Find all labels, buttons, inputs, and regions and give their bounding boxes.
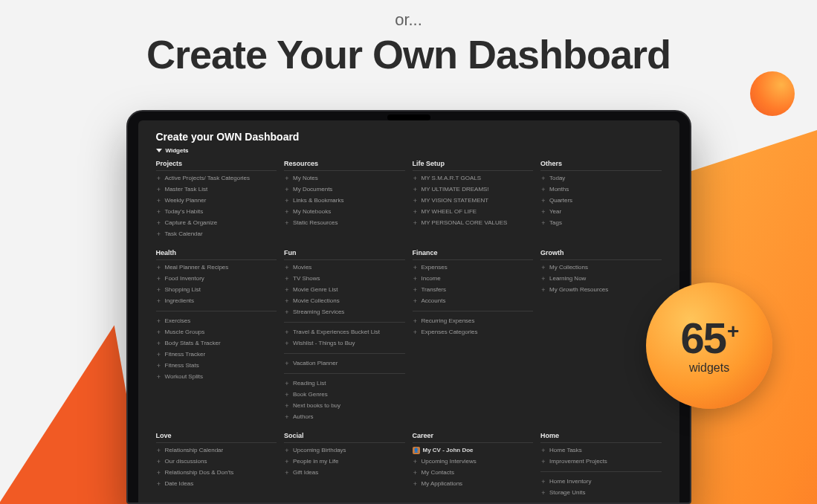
widget-item[interactable]: +Wishlist - Things to Buy <box>284 339 405 348</box>
widget-column: Growth+My Collections+Learning Now+My Gr… <box>540 249 662 421</box>
widget-item[interactable]: +My Notebooks <box>284 207 405 216</box>
widget-item[interactable]: +Gift Ideas <box>284 468 405 477</box>
item-label: Reading List <box>293 379 326 388</box>
plus-icon: + <box>413 479 419 488</box>
item-label: MY WHEEL OF LIFE <box>422 207 477 216</box>
item-label: Recurring Expenses <box>422 317 475 326</box>
widget-item[interactable]: +My Collections <box>540 263 662 272</box>
widget-item[interactable]: +My Contacts <box>413 468 534 477</box>
widget-item[interactable]: +Static Resources <box>284 219 405 227</box>
badge-plus: + <box>727 321 737 342</box>
widget-item[interactable]: +Movies <box>284 263 405 272</box>
widget-item[interactable]: +Learning Now <box>540 274 662 283</box>
widget-item[interactable]: +Income <box>413 274 534 283</box>
widget-item[interactable]: +MY ULTIMATE DREAMS! <box>413 185 534 194</box>
widget-item[interactable]: +Master Task List <box>156 185 277 194</box>
widget-item[interactable]: +My Documents <box>284 185 405 194</box>
plus-icon: + <box>156 457 162 466</box>
column-header: Health <box>156 249 277 260</box>
widget-item[interactable]: +Food Inventory <box>156 274 277 283</box>
widget-item[interactable]: +Vacation Planner <box>284 359 405 368</box>
widget-item[interactable]: +Months <box>540 185 662 194</box>
widget-item[interactable]: +Body Stats & Tracker <box>156 339 277 348</box>
widget-item[interactable]: +Book Genres <box>284 390 405 399</box>
widget-item[interactable]: +Ingredients <box>156 297 277 306</box>
widget-item[interactable]: +Relationship Calendar <box>156 446 277 455</box>
widget-item[interactable]: +Exercises <box>156 317 277 326</box>
plus-icon: + <box>156 274 162 283</box>
item-label: Meal Planner & Recipes <box>165 263 229 272</box>
widget-item[interactable]: +Streaming Services <box>284 308 405 317</box>
widget-item[interactable]: +MY S.M.A.R.T GOALS <box>413 174 534 183</box>
widget-item[interactable]: +Authors <box>284 413 405 421</box>
plus-icon: + <box>156 361 162 370</box>
widget-item[interactable]: +Today <box>540 174 662 183</box>
widget-item[interactable]: +TV Shows <box>284 274 405 283</box>
plus-icon: + <box>413 174 419 183</box>
widget-item[interactable]: +Expenses Categories <box>413 328 534 337</box>
widget-item[interactable]: +Movie Collections <box>284 297 405 306</box>
widget-column: Others+Today+Months+Quarters+Year+Tags <box>540 160 662 239</box>
widget-item[interactable]: +Home Inventory <box>540 477 662 486</box>
plus-icon: + <box>284 328 290 337</box>
item-label: Wishlist - Things to Buy <box>293 339 355 348</box>
widget-column: Love+Relationship Calendar+Our discussio… <box>156 432 277 503</box>
widget-item[interactable]: +Upcoming Interviews <box>413 457 534 466</box>
plus-icon: + <box>284 308 290 317</box>
widget-item[interactable]: +Quarters <box>540 196 662 205</box>
group-divider <box>284 322 405 323</box>
widget-item[interactable]: +Our discussions <box>156 457 277 466</box>
widget-item[interactable]: +Shopping List <box>156 285 277 294</box>
widget-item[interactable]: +Muscle Groups <box>156 328 277 337</box>
widget-item[interactable]: +MY PERSONAL CORE VALUES <box>413 219 534 227</box>
widget-item[interactable]: +Today's Habits <box>156 207 277 216</box>
widget-item[interactable]: +Weekly Planner <box>156 196 277 205</box>
widget-item[interactable]: +Fitness Tracker <box>156 350 277 359</box>
widget-item[interactable]: +Task Calendar <box>156 230 277 239</box>
widget-item[interactable]: +My Applications <box>413 479 534 488</box>
column-header: Social <box>284 432 405 443</box>
widget-item[interactable]: +Tags <box>540 219 662 227</box>
widget-item[interactable]: +Home Tasks <box>540 446 662 455</box>
widget-item[interactable]: +People in my Life <box>284 457 405 466</box>
widget-item[interactable]: +Movie Genre List <box>284 285 405 294</box>
widgets-toggle[interactable]: Widgets <box>156 147 662 154</box>
widget-item[interactable]: +My Growth Resources <box>540 285 662 294</box>
widget-column: Career👤My CV - John Doe+Upcoming Intervi… <box>413 432 534 503</box>
item-label: My CV - John Doe <box>423 446 474 455</box>
widget-item[interactable]: +Relationship Dos & Don'ts <box>156 468 277 477</box>
widget-item[interactable]: +Next books to buy <box>284 401 405 410</box>
page-link-item[interactable]: 👤My CV - John Doe <box>413 446 534 455</box>
widget-item[interactable]: +My Notes <box>284 174 405 183</box>
widget-item[interactable]: +MY WHEEL OF LIFE <box>413 207 534 216</box>
widget-item[interactable]: +Meal Planner & Recipes <box>156 263 277 272</box>
item-label: Links & Bookmarks <box>293 196 343 205</box>
intro-headline: Create Your Own Dashboard <box>0 31 817 77</box>
item-label: Vacation Planner <box>293 359 338 368</box>
widget-item[interactable]: +Reading List <box>284 379 405 388</box>
widget-item[interactable]: +Transfers <box>413 285 534 294</box>
widget-item[interactable]: +Year <box>540 207 662 216</box>
widget-item[interactable]: +Upcoming Birthdays <box>284 446 405 455</box>
widget-item[interactable]: +Date Ideas <box>156 479 277 488</box>
widget-item[interactable]: +Workout Splits <box>156 372 277 381</box>
group-divider <box>284 353 405 354</box>
plus-icon: + <box>413 185 419 194</box>
widget-item[interactable]: +Capture & Organize <box>156 219 277 227</box>
item-label: Task Calendar <box>165 230 203 239</box>
plus-icon: + <box>540 285 546 294</box>
widget-item[interactable]: +Fitness Stats <box>156 361 277 370</box>
plus-icon: + <box>156 350 162 359</box>
plus-icon: + <box>413 457 419 466</box>
plus-icon: + <box>413 328 419 337</box>
widget-item[interactable]: +Storage Units <box>540 488 662 497</box>
widget-item[interactable]: +MY VISION STATEMENT <box>413 196 534 205</box>
widget-item[interactable]: +Active Projects/ Task Categories <box>156 174 277 183</box>
widget-item[interactable]: +Recurring Expenses <box>413 317 534 326</box>
widget-item[interactable]: +Improvement Projects <box>540 457 662 466</box>
widget-item[interactable]: +Links & Bookmarks <box>284 196 405 205</box>
widget-item[interactable]: +Travel & Experiences Bucket List <box>284 328 405 337</box>
widget-item[interactable]: +Accounts <box>413 297 534 306</box>
widget-item[interactable]: +Expenses <box>413 263 534 272</box>
plus-icon: + <box>413 285 419 294</box>
